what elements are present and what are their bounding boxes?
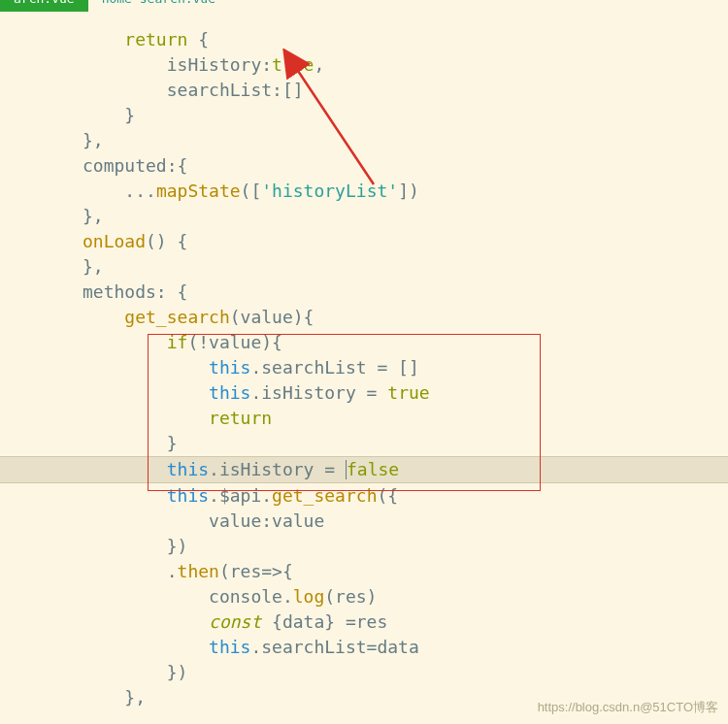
methods-prop: methods: { (83, 281, 187, 302)
paren: () { (146, 231, 187, 251)
spread: ... (124, 181, 156, 201)
prop-value: value:value (209, 510, 324, 531)
keyword-return: return (124, 29, 187, 49)
onLoad-method: onLoad (83, 231, 146, 251)
brace: }) (167, 536, 188, 556)
string-historyList: 'historyList' (261, 181, 398, 201)
keyword-const: const (209, 611, 261, 632)
value-true: true (272, 54, 314, 75)
value-true: true (387, 382, 429, 403)
this-keyword: this (167, 485, 209, 506)
tab-bar: arch.vue home-search.vue (0, 0, 728, 12)
brace: }, (83, 256, 104, 277)
dot: . (167, 561, 178, 581)
condition: (!value){ (187, 332, 282, 352)
prop-access: .isHistory = (209, 459, 346, 479)
prop-access: .isHistory = (250, 382, 387, 403)
paren: ([ (241, 181, 262, 201)
then-call: then (178, 561, 219, 581)
brace: } (124, 105, 135, 125)
code-editor[interactable]: return { isHistory:true, searchList:[] }… (0, 12, 728, 710)
brace: } (167, 433, 178, 453)
paren-close: ]) (398, 181, 419, 201)
brace: { (187, 29, 209, 49)
tab-active[interactable]: arch.vue (0, 0, 88, 12)
computed-prop: computed:{ (83, 155, 187, 176)
paren: ({ (377, 485, 398, 506)
this-keyword: this (209, 382, 250, 403)
prop-access: .$api. (209, 485, 272, 506)
comma: , (314, 54, 324, 75)
brace: }, (83, 130, 104, 150)
this-keyword: this (209, 357, 250, 378)
get_search-method: get_search (124, 307, 229, 327)
destructure: {data} =res (261, 611, 387, 632)
prop-isHistory: isHistory: (167, 54, 272, 75)
cursor-line: this.isHistory = false (0, 456, 728, 483)
prop-searchList: searchList:[] (167, 80, 304, 100)
prop-access: .searchList=data (250, 637, 418, 657)
brace: }, (83, 206, 104, 226)
keyword-return: return (209, 408, 272, 428)
value-false: false (347, 459, 399, 479)
param: (value){ (230, 307, 314, 327)
arrow-fn: (res=>{ (219, 561, 293, 581)
brace: }) (167, 662, 188, 682)
this-keyword: this (167, 459, 209, 479)
get_search-call: get_search (272, 485, 377, 506)
log-call: log (293, 586, 325, 607)
mapState-call: mapState (156, 181, 241, 201)
brace: }, (124, 687, 146, 708)
console: console. (209, 586, 293, 607)
prop-access: .searchList = [] (250, 357, 418, 378)
watermark: https://blog.csdn.n@51CTO博客 (538, 699, 718, 716)
tab-inactive[interactable]: home-search.vue (88, 0, 229, 12)
arg: (res) (324, 586, 377, 607)
keyword-if: if (167, 332, 188, 352)
this-keyword: this (209, 637, 250, 657)
